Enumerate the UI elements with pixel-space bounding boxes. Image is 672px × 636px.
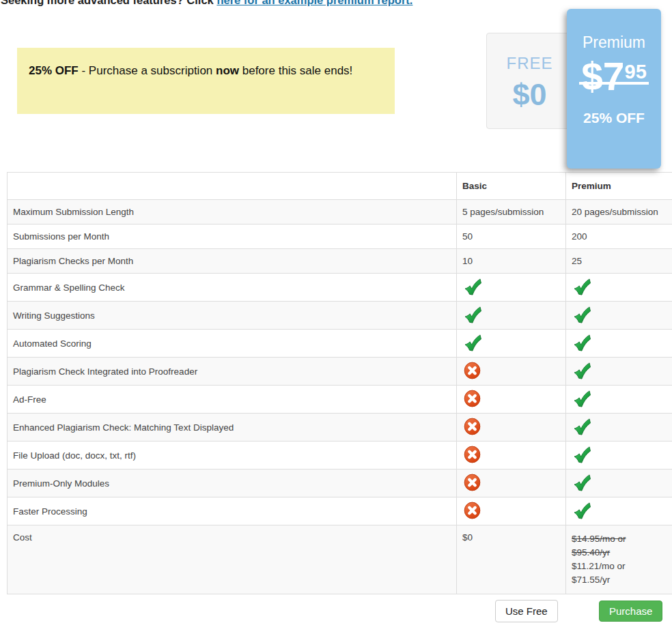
feature-name-cell: Ad-Free — [8, 386, 457, 414]
table-row: Cost$0$14.95/mo or$95.40/yr$11.21/mo or$… — [8, 525, 672, 594]
premium-value-cell — [566, 469, 672, 497]
old-price-line: $14.95/mo or — [572, 532, 672, 546]
table-row: Plagiarism Checks per Month1025 — [8, 249, 672, 274]
premium-plan-card[interactable]: Premium $795 25% OFF — [567, 9, 661, 169]
plan-comparison-table: Basic Premium Maximum Submission Length5… — [7, 172, 672, 594]
cross-icon — [464, 362, 481, 379]
feature-name-cell: Faster Processing — [8, 497, 457, 525]
cross-icon — [464, 418, 481, 435]
basic-value-cell: $0 — [457, 525, 566, 594]
promo-text-1: - Purchase a subscription — [79, 64, 216, 77]
check-icon — [573, 502, 591, 519]
premium-report-link[interactable]: here for an example premium report. — [216, 0, 412, 6]
check-icon — [573, 306, 591, 323]
promo-now-text: now — [216, 64, 239, 77]
check-icon — [573, 446, 591, 463]
premium-plan-price: $795 — [581, 57, 647, 96]
basic-value-cell — [457, 469, 566, 497]
premium-price-dollars: $7 — [581, 55, 624, 98]
table-row: Automated Scoring — [8, 330, 672, 358]
premium-price-cents: 95 — [625, 61, 647, 83]
premium-plan-name: Premium — [567, 33, 661, 52]
free-plan-name: FREE — [487, 54, 572, 73]
cross-icon — [464, 474, 481, 491]
basic-value-cell: 5 pages/submission — [457, 200, 566, 225]
check-icon — [464, 334, 481, 351]
feature-name-cell: Plagiarism Checks per Month — [8, 249, 457, 274]
cross-icon — [464, 446, 481, 463]
feature-name-cell: Enhanced Plagiarism Check: Matching Text… — [8, 414, 457, 442]
premium-column-header: Premium — [566, 173, 672, 200]
premium-value-cell — [566, 414, 672, 442]
feature-name-cell: Automated Scoring — [8, 330, 457, 358]
sale-price-line: $71.55/yr — [572, 573, 672, 587]
sale-promo-banner: 25% OFF - Purchase a subscription now be… — [17, 48, 395, 114]
table-row: Faster Processing — [8, 497, 672, 525]
basic-value-cell — [457, 330, 566, 358]
basic-value-cell: 50 — [457, 225, 566, 249]
check-icon — [573, 334, 591, 351]
basic-value-cell — [457, 497, 566, 525]
intro-text: Seeking more advanced features? Click he… — [1, 0, 412, 7]
premium-value-cell — [566, 330, 672, 358]
purchase-button[interactable]: Purchase — [599, 601, 662, 622]
premium-value-cell: 25 — [566, 249, 672, 274]
price-strikethrough-line — [579, 82, 649, 85]
table-header-row: Basic Premium — [8, 173, 672, 200]
premium-value-cell — [566, 497, 672, 525]
basic-value-cell — [457, 358, 566, 386]
premium-value-cell: 200 — [566, 225, 672, 249]
basic-value-cell — [457, 386, 566, 414]
feature-name-cell: Premium-Only Modules — [8, 469, 457, 497]
basic-value-cell — [457, 414, 566, 442]
premium-value-cell: 20 pages/submission — [566, 200, 672, 225]
feature-column-header — [8, 173, 457, 200]
free-plan-price: $0 — [487, 77, 572, 113]
cross-icon — [464, 502, 481, 519]
table-row: Ad-Free — [8, 386, 672, 414]
premium-value-cell: $14.95/mo or$95.40/yr$11.21/mo or$71.55/… — [566, 525, 672, 594]
feature-name-cell: File Upload (doc, docx, txt, rtf) — [8, 442, 457, 469]
premium-value-cell — [566, 442, 672, 469]
check-icon — [573, 474, 591, 491]
free-plan-card[interactable]: FREE $0 — [486, 33, 573, 129]
check-icon — [573, 418, 591, 435]
basic-value-cell — [457, 274, 566, 302]
table-row: Enhanced Plagiarism Check: Matching Text… — [8, 414, 672, 442]
sale-price-line: $11.21/mo or — [572, 560, 672, 573]
use-free-button[interactable]: Use Free — [495, 600, 558, 622]
table-row: Grammar & Spelling Check — [8, 274, 672, 302]
premium-value-cell — [566, 358, 672, 386]
check-icon — [573, 278, 591, 295]
promo-text-2: before this sale ends! — [239, 64, 352, 77]
premium-value-cell — [566, 302, 672, 330]
table-row: Premium-Only Modules — [8, 469, 672, 497]
premium-value-cell — [566, 274, 672, 302]
cross-icon — [464, 390, 481, 407]
check-icon — [573, 390, 591, 407]
feature-name-cell: Plagiarism Check Integrated into Proofre… — [8, 358, 457, 386]
feature-name-cell: Maximum Submission Length — [8, 200, 457, 225]
check-icon — [464, 306, 481, 323]
basic-value-cell: 10 — [457, 249, 566, 274]
feature-name-cell: Grammar & Spelling Check — [8, 274, 457, 302]
basic-column-header: Basic — [457, 173, 566, 200]
basic-value-cell — [457, 442, 566, 469]
premium-value-cell — [566, 386, 672, 414]
feature-name-cell: Writing Suggestions — [8, 302, 457, 330]
check-icon — [464, 278, 481, 295]
table-row: Maximum Submission Length5 pages/submiss… — [8, 200, 672, 225]
feature-name-cell: Submissions per Month — [8, 225, 457, 249]
premium-cost-lines: $14.95/mo or$95.40/yr$11.21/mo or$71.55/… — [572, 532, 672, 587]
basic-value-cell — [457, 302, 566, 330]
check-icon — [573, 362, 591, 379]
feature-name-cell: Cost — [8, 525, 457, 594]
table-row: Writing Suggestions — [8, 302, 672, 330]
promo-discount-text: 25% OFF — [29, 64, 79, 77]
table-row: Plagiarism Check Integrated into Proofre… — [8, 358, 672, 386]
premium-discount-badge: 25% OFF — [567, 110, 661, 126]
intro-text-prefix: Seeking more advanced features? Click — [1, 0, 216, 6]
table-row: File Upload (doc, docx, txt, rtf) — [8, 442, 672, 469]
old-price-line: $95.40/yr — [572, 546, 672, 560]
table-row: Submissions per Month50200 — [8, 225, 672, 249]
